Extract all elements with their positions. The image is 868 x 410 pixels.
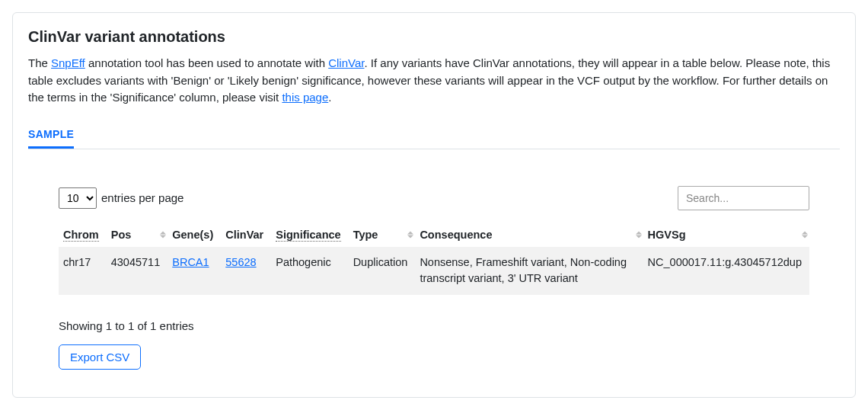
this-page-link[interactable]: this page [282, 91, 328, 104]
cell-consequence: Nonsense, Frameshift variant, Non-coding… [415, 247, 643, 296]
clinvar-id-link[interactable]: 55628 [225, 256, 256, 268]
clinvar-card: ClinVar variant annotations The SnpEff a… [12, 12, 856, 398]
sort-icon [802, 231, 808, 238]
gene-link[interactable]: BRCA1 [172, 256, 209, 268]
sort-icon [407, 231, 413, 238]
col-type[interactable]: Type [349, 223, 416, 247]
table-area: 10 entries per page Chrom Pos Gene(s) Cl… [28, 186, 840, 370]
search-input[interactable] [678, 186, 809, 210]
cell-clinvar: 55628 [221, 247, 271, 296]
table-controls: 10 entries per page [59, 186, 809, 210]
sort-icon [160, 231, 166, 238]
variants-table: Chrom Pos Gene(s) ClinVar Significance T… [59, 223, 809, 296]
desc-text: . [328, 91, 331, 104]
export-csv-button[interactable]: Export CSV [59, 344, 141, 370]
snpeff-link[interactable]: SnpEff [51, 56, 85, 69]
col-genes[interactable]: Gene(s) [168, 223, 221, 247]
col-chrom[interactable]: Chrom [59, 223, 107, 247]
cell-significance: Pathogenic [271, 247, 348, 296]
col-consequence[interactable]: Consequence [415, 223, 643, 247]
col-hgvsg[interactable]: HGVSg [643, 223, 809, 247]
card-description: The SnpEff annotation tool has been used… [28, 55, 840, 107]
entries-label: entries per page [101, 191, 183, 204]
cell-type: Duplication [349, 247, 416, 296]
col-significance[interactable]: Significance [271, 223, 348, 247]
col-clinvar[interactable]: ClinVar [221, 223, 271, 247]
cell-pos: 43045711 [107, 247, 168, 296]
cell-chrom: chr17 [59, 247, 107, 296]
cell-gene: BRCA1 [168, 247, 221, 296]
card-title: ClinVar variant annotations [28, 28, 840, 46]
col-pos[interactable]: Pos [107, 223, 168, 247]
entries-control: 10 entries per page [59, 187, 183, 209]
desc-text: annotation tool has been used to annotat… [85, 56, 328, 69]
tab-sample[interactable]: SAMPLE [28, 122, 74, 149]
desc-text: The [28, 56, 51, 69]
table-row: chr17 43045711 BRCA1 55628 Pathogenic Du… [59, 247, 809, 296]
clinvar-link[interactable]: ClinVar [328, 56, 364, 69]
cell-hgvsg: NC_000017.11:g.43045712dup [643, 247, 809, 296]
sort-icon [636, 231, 642, 238]
entries-select[interactable]: 10 [59, 187, 97, 209]
tabs-bar: SAMPLE [28, 122, 840, 149]
showing-info: Showing 1 to 1 of 1 entries [59, 319, 809, 332]
